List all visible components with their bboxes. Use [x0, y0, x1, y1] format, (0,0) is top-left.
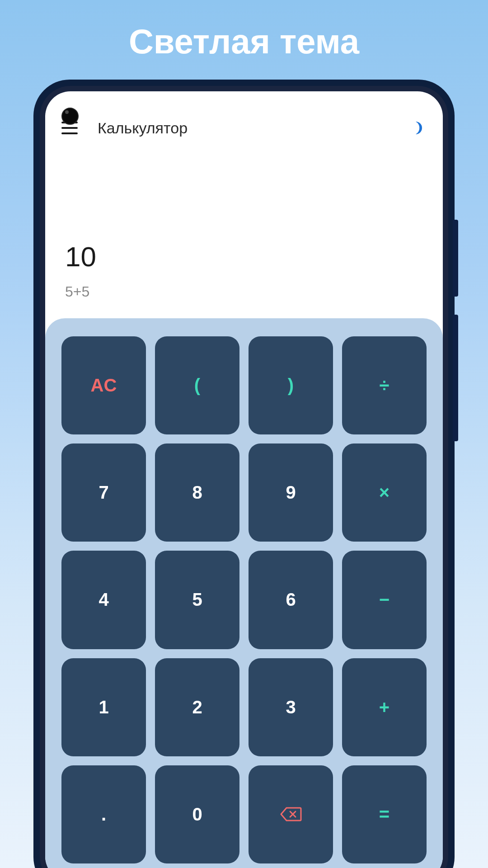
subtract-button[interactable]: −	[342, 551, 427, 649]
promo-title: Светлая тема	[0, 0, 488, 61]
phone-side-button	[453, 315, 458, 441]
backspace-icon	[280, 806, 302, 822]
digit-5-button[interactable]: 5	[155, 551, 239, 649]
digit-0-button[interactable]: 0	[155, 765, 239, 863]
digit-2-button[interactable]: 2	[155, 658, 239, 756]
display-area: 10 5+5	[45, 150, 443, 318]
divide-button[interactable]: ÷	[342, 336, 427, 434]
digit-1-button[interactable]: 1	[61, 658, 146, 756]
result-display: 10	[65, 241, 423, 273]
app-header: Калькулятор	[45, 91, 443, 150]
digit-8-button[interactable]: 8	[155, 443, 239, 542]
multiply-button[interactable]: ×	[342, 443, 427, 542]
moon-icon	[412, 121, 425, 135]
clear-button[interactable]: AC	[61, 336, 146, 434]
theme-toggle-button[interactable]	[410, 120, 427, 136]
digit-7-button[interactable]: 7	[61, 443, 146, 542]
close-paren-button[interactable]: )	[249, 336, 333, 434]
digit-4-button[interactable]: 4	[61, 551, 146, 649]
add-button[interactable]: +	[342, 658, 427, 756]
digit-3-button[interactable]: 3	[249, 658, 333, 756]
keypad-panel: AC ( ) ÷ 7 8 9 × 4 5 6 − 1 2 3 + . 0	[45, 318, 443, 868]
digit-9-button[interactable]: 9	[249, 443, 333, 542]
decimal-button[interactable]: .	[61, 765, 146, 863]
phone-frame: Калькулятор 10 5+5 AC ( ) ÷ 7 8 9 ×	[33, 80, 455, 868]
backspace-button[interactable]	[249, 765, 333, 863]
phone-screen: Калькулятор 10 5+5 AC ( ) ÷ 7 8 9 ×	[45, 91, 443, 868]
camera-hole	[61, 108, 79, 125]
expression-display: 5+5	[65, 283, 423, 300]
equals-button[interactable]: =	[342, 765, 427, 863]
app-title: Калькулятор	[98, 119, 410, 137]
phone-side-button	[453, 220, 458, 297]
open-paren-button[interactable]: (	[155, 336, 239, 434]
phone-bezel: Калькулятор 10 5+5 AC ( ) ÷ 7 8 9 ×	[40, 86, 448, 868]
digit-6-button[interactable]: 6	[249, 551, 333, 649]
